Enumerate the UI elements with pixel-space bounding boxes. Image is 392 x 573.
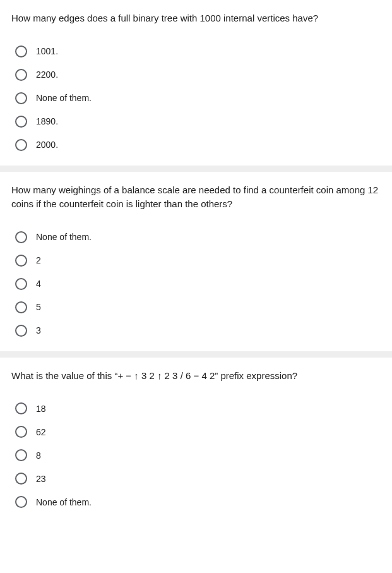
radio-option[interactable]: 5 bbox=[11, 296, 381, 319]
radio-icon bbox=[15, 426, 27, 438]
radio-option[interactable]: 18 bbox=[11, 397, 381, 420]
option-label: 1001. bbox=[36, 46, 58, 56]
separator bbox=[0, 166, 392, 172]
radio-option[interactable]: 8 bbox=[11, 443, 381, 467]
options-group: 18 62 8 23 None of them. bbox=[11, 397, 381, 514]
question-prompt: How many weighings of a balance scale ar… bbox=[11, 183, 381, 212]
radio-option[interactable]: 23 bbox=[11, 467, 381, 490]
radio-icon bbox=[15, 278, 27, 290]
option-label: None of them. bbox=[36, 93, 92, 103]
radio-option[interactable]: 2000. bbox=[11, 133, 381, 157]
radio-icon bbox=[15, 301, 27, 313]
option-label: 4 bbox=[36, 279, 41, 289]
option-label: 2200. bbox=[36, 69, 58, 80]
option-label: 18 bbox=[36, 404, 46, 414]
radio-icon bbox=[15, 496, 27, 508]
radio-icon bbox=[15, 473, 27, 485]
question-block-3: What is the value of this “+ − ↑ 3 2 ↑ 2… bbox=[0, 358, 392, 523]
option-label: 8 bbox=[36, 450, 41, 461]
radio-icon bbox=[15, 255, 27, 267]
separator bbox=[0, 351, 392, 358]
radio-icon bbox=[15, 231, 27, 243]
option-label: None of them. bbox=[36, 232, 92, 242]
options-group: 1001. 2200. None of them. 1890. 2000. bbox=[11, 40, 381, 157]
radio-icon bbox=[15, 45, 27, 57]
option-label: 2000. bbox=[36, 140, 58, 150]
options-group: None of them. 2 4 5 3 bbox=[11, 226, 381, 342]
radio-icon bbox=[15, 402, 27, 414]
question-prompt: How many edges does a full binary tree w… bbox=[11, 11, 381, 26]
radio-icon bbox=[15, 69, 27, 81]
radio-option[interactable]: 62 bbox=[11, 420, 381, 443]
radio-option[interactable]: 2200. bbox=[11, 63, 381, 87]
radio-option[interactable]: 1890. bbox=[11, 110, 381, 133]
radio-option[interactable]: None of them. bbox=[11, 490, 381, 514]
radio-option[interactable]: 4 bbox=[11, 272, 381, 296]
question-block-2: How many weighings of a balance scale ar… bbox=[0, 172, 392, 351]
radio-option[interactable]: None of them. bbox=[11, 87, 381, 110]
option-label: 2 bbox=[36, 255, 41, 265]
radio-option[interactable]: 2 bbox=[11, 249, 381, 272]
radio-option[interactable]: None of them. bbox=[11, 226, 381, 249]
option-label: 23 bbox=[36, 474, 46, 484]
radio-icon bbox=[15, 116, 27, 128]
question-prompt: What is the value of this “+ − ↑ 3 2 ↑ 2… bbox=[11, 369, 381, 383]
radio-option[interactable]: 3 bbox=[11, 319, 381, 342]
radio-icon bbox=[15, 139, 27, 151]
option-label: 3 bbox=[36, 325, 41, 335]
option-label: 1890. bbox=[36, 116, 58, 126]
option-label: 5 bbox=[36, 302, 41, 312]
question-block-1: How many edges does a full binary tree w… bbox=[0, 0, 392, 166]
radio-icon bbox=[15, 325, 27, 337]
radio-icon bbox=[15, 92, 27, 104]
radio-option[interactable]: 1001. bbox=[11, 40, 381, 63]
option-label: 62 bbox=[36, 427, 46, 437]
option-label: None of them. bbox=[36, 497, 92, 507]
radio-icon bbox=[15, 449, 27, 461]
